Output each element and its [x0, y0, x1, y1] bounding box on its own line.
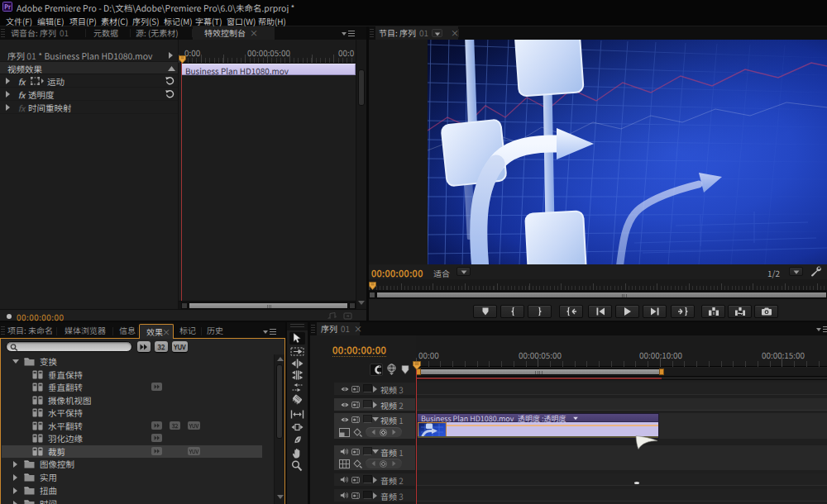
show-timeline-view-icon[interactable] — [169, 52, 173, 59]
tab-audio-mixer[interactable]: 调音台: 序列01 — [11, 26, 69, 40]
toggle-track-audio-speaker-icon[interactable] — [340, 476, 349, 483]
panel-menu-icon[interactable] — [263, 328, 276, 335]
go-to-out-button[interactable] — [671, 305, 695, 318]
resolution-select-value[interactable]: 1/2 — [767, 267, 780, 279]
sync-lock-icon[interactable] — [351, 416, 360, 423]
expand-effect-icon[interactable] — [6, 104, 10, 111]
scroll-down-icon[interactable] — [277, 495, 284, 499]
zoom-left-handle[interactable] — [369, 292, 375, 298]
mini-timeline-ruler[interactable]: 0:00 00:00:05:00 00:0 — [179, 40, 356, 63]
set-display-style-icon[interactable] — [339, 428, 350, 437]
effect-controls-vscrollbar[interactable] — [356, 40, 366, 309]
scroll-up-icon[interactable] — [277, 357, 284, 361]
expand-effect-icon[interactable] — [6, 78, 10, 84]
menu-item-window[interactable]: 窗口(W) — [227, 15, 256, 27]
menu-item-marker[interactable]: 标记(M) — [164, 15, 193, 27]
collapse-section-icon[interactable] — [168, 66, 175, 71]
tree-effect-camera-view[interactable]: 摄像机视图 — [2, 394, 262, 407]
unnumbered-marker-button[interactable] — [401, 364, 410, 375]
menu-item-file[interactable]: 文件(F) — [6, 15, 32, 27]
panel-grip-icon[interactable] — [370, 29, 374, 37]
effect-row-motion[interactable]: fx 运动 — [0, 74, 178, 88]
hscroll-thumb[interactable] — [189, 302, 348, 309]
tree-folder-time[interactable]: 时间 — [2, 497, 262, 504]
tree-effect-crop-selected[interactable]: 裁剪 YUV — [2, 445, 262, 458]
tool-hand[interactable] — [289, 448, 305, 459]
menu-item-edit[interactable]: 编辑(E) — [37, 15, 64, 27]
next-keyframe-icon[interactable] — [393, 461, 396, 466]
effects-tree-vscrollbar[interactable] — [274, 354, 284, 504]
expand-track-icon[interactable] — [373, 386, 377, 392]
menu-item-help[interactable]: 帮助(H) — [258, 15, 286, 27]
track-header-v1[interactable]: 视频 1 — [334, 413, 415, 439]
effect-controls-hscrollbar[interactable] — [179, 301, 356, 309]
expand-folder-icon[interactable] — [13, 461, 17, 468]
panel-menu-icon[interactable] — [816, 326, 827, 333]
menu-item-project[interactable]: 项目(P) — [69, 15, 97, 27]
toggle-track-output-eye-icon[interactable] — [341, 402, 349, 408]
settings-wrench-icon[interactable] — [810, 266, 822, 277]
track-header-a2[interactable]: 音频 2 — [334, 473, 415, 486]
loop-playback-icon[interactable] — [343, 312, 352, 320]
tab-history[interactable]: 历史 — [207, 324, 223, 337]
tree-folder-utility[interactable]: 实用 — [2, 471, 262, 483]
mark-out-button[interactable] — [528, 305, 552, 318]
lift-button[interactable] — [701, 305, 725, 318]
hscroll-left-stub[interactable] — [181, 302, 188, 309]
close-tab-icon[interactable]: × — [250, 26, 258, 39]
tab-project[interactable]: 项目: 未命名 — [7, 324, 53, 337]
expand-effect-icon[interactable] — [6, 91, 10, 97]
add-remove-keyframe-icon[interactable] — [380, 460, 387, 468]
sync-lock-icon[interactable] — [351, 386, 360, 392]
set-display-style-icon[interactable] — [339, 459, 350, 468]
tool-razor[interactable] — [289, 393, 305, 406]
tree-folder-image-control[interactable]: 图像控制 — [2, 458, 262, 470]
tree-effect-vertical-hold[interactable]: 垂直保持 — [2, 368, 262, 381]
track-lock-toggle[interactable] — [363, 384, 372, 392]
menu-item-sequence[interactable]: 序列(S) — [132, 15, 160, 27]
collapse-track-icon[interactable] — [372, 449, 379, 454]
track-lock-toggle[interactable] — [363, 400, 372, 408]
track-content-a2[interactable] — [416, 473, 827, 486]
clip-effect-dropdown-icon[interactable] — [573, 417, 578, 421]
fit-select-value[interactable]: 适合 — [433, 267, 450, 279]
effect-controls-mini-timeline[interactable]: 0:00 00:00:05:00 00:0 Business Plan HD10… — [179, 40, 356, 309]
tab-effect-controls[interactable]: 特效控制台× — [204, 26, 258, 40]
tab-sequence-01[interactable]: 序列01× — [321, 322, 362, 335]
search-input[interactable] — [6, 341, 132, 352]
tab-program-monitor[interactable]: 节目: 序列01 — [379, 26, 428, 40]
effect-controls-timecode[interactable]: 00:00:00:00 — [17, 311, 65, 323]
panel-grip-icon[interactable] — [1, 29, 5, 37]
toggle-track-audio-speaker-icon[interactable] — [340, 448, 349, 455]
sync-lock-icon[interactable] — [351, 492, 360, 499]
tool-rate-stretch[interactable] — [289, 382, 305, 393]
go-to-in-button[interactable] — [559, 305, 583, 318]
tab-info[interactable]: 信息 — [119, 324, 136, 337]
effect-row-opacity[interactable]: fx 透明度 — [0, 88, 178, 101]
32bit-color-filter-button[interactable]: 32 — [155, 341, 168, 352]
sequence-select-dropdown[interactable] — [432, 29, 442, 37]
panel-menu-icon[interactable] — [342, 30, 355, 37]
program-marker-ruler[interactable] — [369, 279, 827, 291]
collapse-track-icon[interactable] — [372, 417, 379, 421]
work-area-bar-track[interactable] — [416, 368, 827, 377]
scroll-down-icon[interactable] — [358, 301, 365, 305]
step-forward-button[interactable] — [643, 305, 667, 318]
timeline-playhead-marker[interactable] — [413, 361, 421, 370]
collapse-folder-icon[interactable] — [12, 359, 19, 364]
sync-lock-icon[interactable] — [351, 449, 360, 455]
extract-button[interactable] — [728, 305, 752, 318]
transform-direct-manipulation-icon[interactable] — [31, 77, 44, 85]
play-audio-only-icon[interactable] — [327, 312, 337, 320]
previous-keyframe-icon[interactable] — [372, 430, 375, 435]
track-lock-toggle[interactable] — [363, 491, 372, 499]
mini-timeline-playhead-marker[interactable] — [179, 55, 186, 64]
tree-effect-horizontal-flip[interactable]: 水平翻转 32 YUV — [2, 420, 262, 432]
tab-media-browser[interactable]: 媒体浏览器 — [65, 324, 106, 337]
track-lock-toggle[interactable] — [363, 447, 372, 455]
tool-ripple-edit[interactable] — [289, 358, 305, 369]
program-zoom-scrollbar[interactable] — [369, 291, 827, 299]
resolution-dropdown-icon[interactable] — [789, 267, 803, 276]
track-header-v2[interactable]: 视频 2 — [334, 398, 415, 411]
play-indicator-icon[interactable] — [7, 314, 12, 319]
